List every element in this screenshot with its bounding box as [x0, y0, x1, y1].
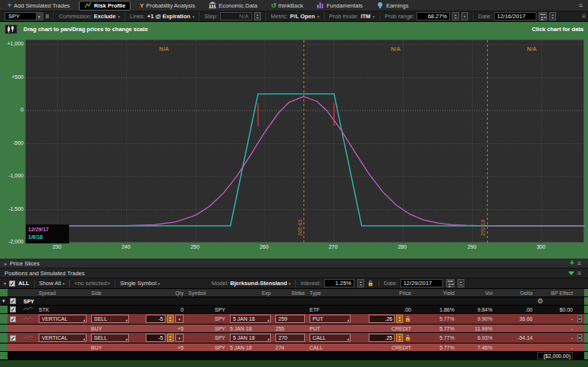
positions-date-input[interactable]: 12/29/2017 [401, 279, 443, 287]
col-header-symbol[interactable]: Symbol [186, 289, 228, 296]
col-header-exp[interactable]: Exp [228, 289, 273, 296]
tab-fundamentals[interactable]: Fundamentals [312, 1, 367, 11]
expand-arrow-icon[interactable]: ▸ [5, 261, 7, 266]
interest-input[interactable]: 1.25% [324, 279, 354, 287]
lock-icon[interactable]: 🔓 [404, 316, 411, 322]
collapse-arrow-icon[interactable]: ▾ [0, 297, 8, 305]
add-slice-icon[interactable]: + [570, 259, 574, 267]
step-input[interactable]: N/A [220, 12, 252, 20]
col-header-vol[interactable]: Vol [457, 289, 495, 296]
risk-profile-plot[interactable]: 265.63292.18N/AN/AN/A [25, 39, 584, 243]
all-checkbox[interactable]: ✓ [9, 281, 15, 287]
stepper-icon[interactable]: ▴▾ [167, 334, 174, 342]
exp-select[interactable]: 5 JAN 18 [230, 315, 271, 323]
menu-icon[interactable]: ≡ [577, 270, 583, 277]
row-checkbox[interactable]: ✓ [10, 335, 16, 341]
chevron-down-icon[interactable]: ▾ [461, 12, 468, 20]
prob-mode-control[interactable]: Prob mode: ITM ▾ [324, 11, 379, 21]
single-symbol-select[interactable]: Single Symbol ▾ [120, 280, 160, 287]
row-checkbox[interactable]: ✓ [10, 316, 16, 322]
no-selected-select[interactable]: <no selected> [74, 280, 110, 287]
col-header-strike[interactable]: Strike [273, 289, 307, 296]
commission-control[interactable]: Commission: Exclude ▾ [53, 11, 124, 21]
stepper-icon[interactable]: ▴▾ [549, 12, 556, 20]
exp-select[interactable]: 5 JAN 18 [230, 334, 271, 342]
side-select[interactable]: SELL [91, 334, 129, 342]
tab-risk-profile[interactable]: Risk Profile [79, 1, 130, 11]
price-input[interactable]: .26 [369, 315, 395, 323]
qty-cell: -5▴▾▾ [131, 333, 186, 343]
col-header-spread[interactable]: Spread [36, 289, 89, 296]
right-frame [584, 289, 588, 296]
col-header-type[interactable]: Type [307, 289, 353, 296]
stepper-icon[interactable]: ▴▾ [458, 279, 464, 287]
sparkline-icon [24, 306, 33, 312]
vol-cell: 6.93% [457, 333, 495, 343]
stepper-icon[interactable]: ▴▾ [452, 12, 459, 20]
exp-cell: 5 JAN 18 [228, 325, 273, 332]
symbol-link-icon[interactable]: 8 [46, 13, 49, 20]
show-all-select[interactable]: Show All ▾ [39, 280, 64, 287]
type-cell: CALL [307, 343, 353, 351]
side-select[interactable]: SELL [91, 315, 129, 323]
x-axis-tick-label: 250 [190, 244, 200, 249]
menu-icon[interactable]: ≡ [582, 13, 588, 20]
model-select[interactable]: Model: Bjerksund-Stensland ▾ [212, 280, 291, 287]
menu-icon[interactable]: ≡ [577, 260, 583, 267]
chevron-down-icon[interactable]: ▼ [36, 13, 42, 20]
date-input[interactable]: 12/16/2017 [494, 12, 536, 20]
tab-add-simulated-trades[interactable]: +Add Simulated Trades [3, 1, 74, 11]
col-header-delta[interactable]: Delta [495, 289, 535, 296]
strike-input[interactable]: 270 [275, 334, 305, 342]
calendar-icon[interactable] [446, 279, 454, 287]
tab-earnings[interactable]: Earnings [372, 1, 413, 11]
qty-input[interactable]: -5 [146, 334, 165, 342]
lock-icon[interactable]: 🔓 [404, 335, 411, 341]
chart-style-icon[interactable] [5, 24, 17, 34]
funnel-icon[interactable] [568, 271, 574, 275]
tab-economic-data[interactable]: Economic Data [204, 1, 262, 11]
tab-probability-analysis[interactable]: YProbability Analysis [135, 1, 200, 11]
stepper-icon[interactable]: ▴▾ [254, 12, 261, 20]
menu-icon[interactable]: ≡ [579, 2, 585, 9]
type-select[interactable]: CALL [310, 334, 351, 342]
chevron-down-icon[interactable]: ▾ [175, 334, 184, 342]
spread-select[interactable]: VERTICAL [39, 334, 86, 342]
lines-control[interactable]: Lines: +1 @ Expiration ▾ [124, 11, 199, 21]
col-header-side[interactable]: Side [89, 289, 131, 296]
collapse-arrow-icon[interactable]: ▾ [4, 281, 6, 286]
gear-icon[interactable]: ⚙ [537, 298, 543, 305]
chevron-down-icon[interactable]: ▾ [175, 315, 184, 323]
col-header-bp-effect[interactable]: BP Effect [535, 289, 575, 296]
col-header-qty[interactable]: Qty [131, 289, 186, 296]
stepper-icon[interactable]: ▴▾ [396, 315, 403, 323]
strike-input[interactable]: 259 [275, 315, 305, 323]
col-header-yield[interactable]: Yield [413, 289, 457, 296]
spread-select[interactable]: VERTICAL [39, 315, 86, 323]
symbol-selector[interactable]: SPY ▼ [5, 12, 43, 20]
col-header-price[interactable]: Price [353, 289, 413, 296]
symbol-group-row[interactable]: ▾✓SPY⚙ [0, 297, 588, 306]
remove-leg-icon[interactable]: × [577, 334, 582, 341]
qty-input[interactable]: -5 [146, 315, 165, 323]
type-select[interactable]: PUT [310, 315, 351, 323]
buy-row: BUY+5SPY5 JAN 18255PUTCREDIT5.77%11.99%- [0, 325, 588, 333]
group-symbol: SPY [21, 297, 535, 305]
exp-cell [228, 306, 273, 313]
lock-icon[interactable]: 🔓 [367, 281, 374, 287]
price-input[interactable]: .25 [369, 334, 395, 342]
stepper-icon[interactable]: ▴▾ [167, 315, 174, 323]
stepper-icon[interactable]: ▴▾ [396, 334, 403, 342]
tab-thinkback[interactable]: ↺thinkBack [266, 1, 307, 11]
calendar-icon[interactable] [539, 12, 547, 20]
stepper-icon[interactable]: ▴▾ [357, 279, 364, 287]
prob-range-input[interactable]: 68.27% [417, 12, 450, 20]
exp-cell: 5 JAN 18 [228, 343, 273, 351]
row-checkbox[interactable]: ✓ [10, 306, 16, 312]
remove-leg-icon[interactable]: × [577, 315, 582, 322]
metric-control[interactable]: Metric: P/L Open ▾ [266, 11, 324, 21]
price-slices-bar[interactable]: ▸ Price Slices + ≡ [0, 259, 588, 268]
row-checkbox[interactable]: ✓ [10, 298, 16, 304]
type-cell: CALL [307, 333, 353, 343]
left-frame [0, 352, 8, 359]
